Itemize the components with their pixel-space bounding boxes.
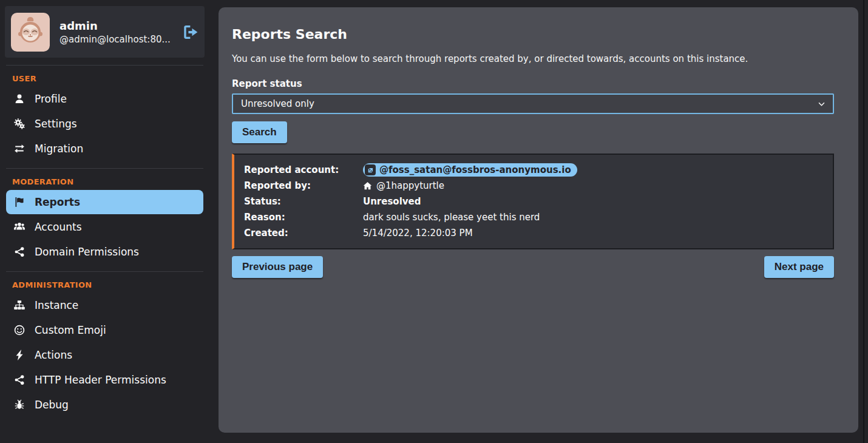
- report-row-label: Reason:: [244, 212, 363, 223]
- sidebar-item-migration[interactable]: Migration: [6, 137, 203, 161]
- divider: [6, 65, 203, 66]
- divider: [6, 271, 203, 272]
- section-label-user: USER: [12, 74, 197, 83]
- share-nodes-icon: [13, 374, 25, 385]
- gears-icon: [13, 118, 25, 129]
- sidebar-item-debug[interactable]: Debug: [6, 393, 203, 417]
- previous-page-button[interactable]: Previous page: [232, 256, 323, 278]
- report-row-created: Created: 5/14/2022, 12:20:03 PM: [244, 225, 823, 241]
- section-label-moderation: MODERATION: [12, 177, 197, 186]
- bug-icon: [13, 399, 25, 410]
- sidebar-item-label: Actions: [35, 349, 72, 361]
- report-row-label: Reported by:: [244, 180, 363, 191]
- sidebar-item-domain-permissions[interactable]: Domain Permissions: [6, 240, 203, 264]
- sidebar-item-http-header-permissions[interactable]: HTTP Header Permissions: [6, 368, 203, 392]
- sidebar-item-label: Profile: [35, 93, 67, 105]
- user-meta: admin @admin@localhost:80...: [59, 19, 173, 44]
- external-link-icon: [365, 164, 376, 175]
- section-label-administration: ADMINISTRATION: [12, 280, 197, 289]
- report-reason-value: dark souls sucks, please yeet this nerd: [363, 212, 823, 223]
- report-status-value: Unresolved: [363, 196, 823, 207]
- sidebar-item-accounts[interactable]: Accounts: [6, 215, 203, 239]
- report-row-reported-account: Reported account: @foss_satan@fossbros-a…: [244, 162, 823, 178]
- sidebar-item-label: HTTP Header Permissions: [35, 374, 166, 386]
- reported-account-handle: @foss_satan@fossbros-anonymous.io: [379, 164, 571, 175]
- next-page-button[interactable]: Next page: [764, 256, 834, 278]
- reported-account-link[interactable]: @foss_satan@fossbros-anonymous.io: [363, 163, 577, 177]
- sidebar-item-label: Debug: [35, 399, 69, 411]
- flag-icon: [13, 197, 25, 208]
- sidebar-item-label: Reports: [35, 196, 80, 208]
- user-handle: @admin@localhost:80...: [59, 34, 173, 45]
- sidebar-item-actions[interactable]: Actions: [6, 343, 203, 367]
- bolt-icon: [13, 350, 25, 360]
- sidebar-item-label: Migration: [35, 143, 83, 155]
- user-card[interactable]: admin @admin@localhost:80...: [5, 6, 205, 58]
- report-row-label: Created:: [244, 228, 363, 238]
- pagination: Previous page Next page: [232, 256, 834, 278]
- report-status-selected-value: Unresolved only: [241, 98, 314, 109]
- home-icon: [363, 181, 372, 191]
- share-nodes-icon: [13, 246, 25, 257]
- user-name: admin: [59, 19, 173, 33]
- report-card[interactable]: Reported account: @foss_satan@fossbros-a…: [232, 154, 834, 249]
- sidebar-item-label: Accounts: [35, 221, 82, 233]
- page-description: You can use the form below to search thr…: [232, 53, 834, 64]
- report-row-reported-by: Reported by: @1happyturtle: [244, 178, 823, 194]
- report-created-value: 5/14/2022, 12:20:03 PM: [363, 228, 823, 238]
- report-status-select[interactable]: Unresolved only: [232, 93, 834, 114]
- sidebar-item-label: Instance: [35, 299, 78, 311]
- sitemap-icon: [13, 300, 25, 311]
- sidebar-item-label: Custom Emoji: [35, 324, 106, 336]
- chevron-down-icon: [818, 102, 825, 106]
- sign-out-icon[interactable]: [183, 24, 198, 40]
- sidebar-item-label: Settings: [35, 118, 77, 130]
- user-icon: [13, 93, 25, 104]
- sidebar-item-reports[interactable]: Reports: [6, 190, 203, 214]
- divider: [6, 168, 203, 169]
- users-icon: [13, 222, 25, 232]
- report-row-label: Status:: [244, 196, 363, 207]
- exchange-arrows-icon: [13, 143, 25, 154]
- reported-by-handle: @1happyturtle: [376, 180, 444, 191]
- main-panel: Reports Search You can use the form belo…: [219, 7, 858, 433]
- sidebar-item-custom-emoji[interactable]: Custom Emoji: [6, 318, 203, 342]
- search-button[interactable]: Search: [232, 121, 287, 143]
- sidebar-item-label: Domain Permissions: [35, 246, 139, 258]
- sidebar-item-settings[interactable]: Settings: [6, 112, 203, 136]
- avatar: [11, 13, 50, 52]
- smiley-icon: [13, 325, 25, 336]
- report-status-label: Report status: [232, 78, 834, 89]
- report-row-label: Reported account:: [244, 164, 363, 175]
- sidebar-item-instance[interactable]: Instance: [6, 293, 203, 317]
- scrollbar-track[interactable]: [863, 0, 864, 443]
- report-row-status: Status: Unresolved: [244, 194, 823, 209]
- sidebar: admin @admin@localhost:80... USER Profil…: [0, 0, 209, 443]
- page-title: Reports Search: [232, 27, 834, 42]
- report-row-reason: Reason: dark souls sucks, please yeet th…: [244, 209, 823, 225]
- sidebar-item-profile[interactable]: Profile: [6, 87, 203, 111]
